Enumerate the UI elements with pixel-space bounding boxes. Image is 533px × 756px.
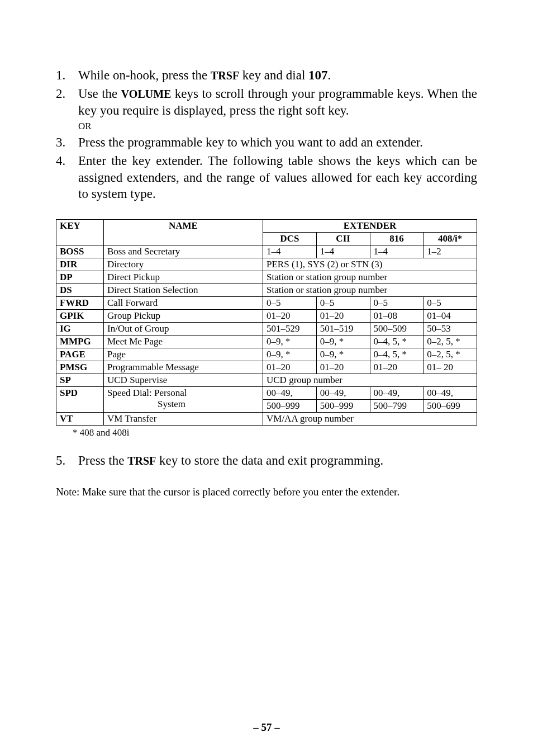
name-cell: Page [104,348,263,361]
key-cell: DIR [56,258,104,271]
step-content: Press the programmable key to which you … [78,134,477,151]
name-cell: Call Forward [104,297,263,310]
table-row: VTVM TransferVM/AA group number [56,413,477,426]
step-number: 3. [56,134,78,151]
extender-cell: 0–9, * [263,336,317,348]
table-row: MMPGMeet Me Page0–9, *0–9, *0–4, 5, *0–2… [56,336,477,348]
step-content: Use the VOLUME keys to scroll through yo… [78,86,477,133]
extender-cell: 0–4, 5, * [370,336,423,348]
key-cell: VT [56,413,104,426]
extender-cell: 01–20 [263,310,317,323]
table-row: FWRDCall Forward0–50–50–50–5 [56,297,477,310]
step-content: Enter the key extender. The following ta… [78,153,477,203]
table-row: PMSGProgrammable Message01–2001–2001–200… [56,361,477,374]
step-content: Press the TRSF key to store the data and… [78,452,477,469]
extender-cell: 1–4 [263,245,317,258]
name-cell: VM Transfer [104,413,263,426]
table-row: SPUCD SuperviseUCD group number [56,374,477,387]
extender-cell: 50–53 [423,323,477,336]
key-cell: DS [56,284,104,297]
extender-cell: 0–5 [423,297,477,310]
key-cell: SPD [56,387,104,413]
table-row: BOSSBoss and Secretary1–41–41–41–2 [56,245,477,258]
step-number: 1. [56,67,78,84]
instructions-list: 1.While on-hook, press the TRSF key and … [56,67,477,202]
table-row: SPDSpeed Dial: PersonalSystem00–49,00–49… [56,387,477,400]
extender-cell: 00–49, [423,387,477,400]
table-row: DSDirect Station SelectionStation or sta… [56,284,477,297]
extender-cell: 1–2 [423,245,477,258]
extender-cell: 01–08 [370,310,423,323]
header-dcs: DCS [263,233,317,245]
extender-cell: 01–20 [263,361,317,374]
extender-cell: 0–5 [263,297,317,310]
extender-cell: 01–20 [316,310,370,323]
extender-cell: 500–999 [263,400,317,413]
key-cell: PAGE [56,348,104,361]
key-cell: PMSG [56,361,104,374]
step-5-list: 5. Press the TRSF key to store the data … [56,452,477,469]
key-cell: SP [56,374,104,387]
name-cell: Direct Station Selection [104,284,263,297]
name-cell: Programmable Message [104,361,263,374]
table-row: IGIn/Out of Group501–529501–519500–50950… [56,323,477,336]
extender-cell: 500–799 [370,400,423,413]
extender-cell: 0–5 [370,297,423,310]
step-number: 2. [56,86,78,133]
table-row: GPIKGroup Pickup01–2001–2001–0801–04 [56,310,477,323]
extender-cell: 00–49, [316,387,370,400]
step-number: 4. [56,153,78,203]
extender-span-cell: VM/AA group number [263,413,477,426]
extender-cell: 500–999 [316,400,370,413]
extender-span-cell: Station or station group number [263,284,477,297]
header-816: 816 [370,233,423,245]
name-cell: Meet Me Page [104,336,263,348]
header-name: NAME [104,220,263,245]
header-key: KEY [56,220,104,245]
key-cell: BOSS [56,245,104,258]
extender-cell: 0–2, 5, * [423,336,477,348]
extender-cell: 01–20 [370,361,423,374]
page-number: – 57 – [0,721,533,734]
key-cell: FWRD [56,297,104,310]
extender-cell: 500–509 [370,323,423,336]
extender-cell: 0–9, * [263,348,317,361]
extender-cell: 1–4 [370,245,423,258]
name-cell: Group Pickup [104,310,263,323]
name-cell: Direct Pickup [104,271,263,284]
name-cell: Boss and Secretary [104,245,263,258]
name-cell: UCD Supervise [104,374,263,387]
extender-cell: 0–9, * [316,348,370,361]
extender-cell: 0–2, 5, * [423,348,477,361]
extender-cell: 0–5 [316,297,370,310]
key-cell: MMPG [56,336,104,348]
key-cell: GPIK [56,310,104,323]
name-cell: Directory [104,258,263,271]
extender-cell: 0–9, * [316,336,370,348]
extender-cell: 01–20 [316,361,370,374]
extender-span-cell: UCD group number [263,374,477,387]
footnote: * 408 and 408i [73,427,477,438]
header-cii: CII [316,233,370,245]
table-row: PAGEPage0–9, *0–9, *0–4, 5, *0–2, 5, * [56,348,477,361]
table-row: DPDirect PickupStation or station group … [56,271,477,284]
extender-cell: 00–49, [370,387,423,400]
extender-cell: 501–529 [263,323,317,336]
extender-cell: 01– 20 [423,361,477,374]
step-content: While on-hook, press the TRSF key and di… [78,67,477,84]
key-cell: DP [56,271,104,284]
extender-cell: 00–49, [263,387,317,400]
extender-cell: 501–519 [316,323,370,336]
name-cell: Speed Dial: PersonalSystem [104,387,263,413]
extender-span-cell: Station or station group number [263,271,477,284]
header-extender: EXTENDER [263,220,477,233]
extender-cell: 0–4, 5, * [370,348,423,361]
extender-span-cell: PERS (1), SYS (2) or STN (3) [263,258,477,271]
key-cell: IG [56,323,104,336]
step-number: 5. [56,452,78,469]
table-row: DIRDirectoryPERS (1), SYS (2) or STN (3) [56,258,477,271]
note-text: Note: Make sure that the cursor is place… [56,486,477,498]
extender-cell: 01–04 [423,310,477,323]
extender-table: KEY NAME EXTENDER DCS CII 816 408/i* BOS… [56,219,477,426]
extender-cell: 1–4 [316,245,370,258]
